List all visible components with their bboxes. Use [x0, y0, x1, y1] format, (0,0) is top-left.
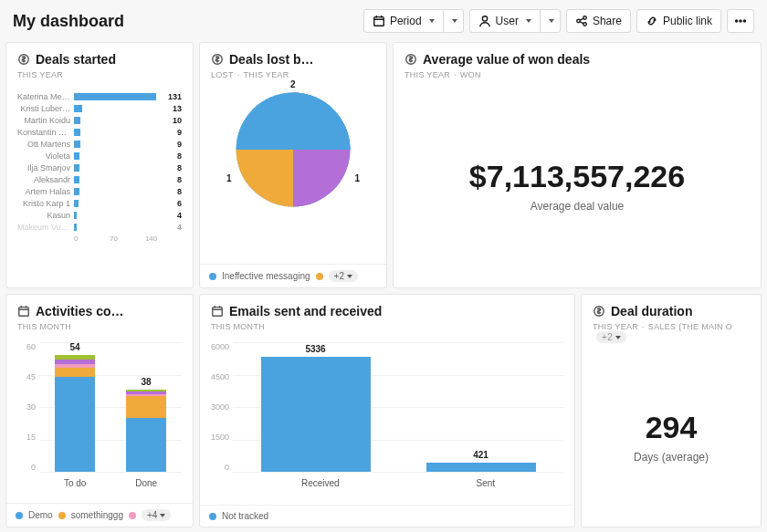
legend-more-button[interactable]: +4	[142, 509, 171, 521]
card-title-text: Emails sent and received	[229, 304, 382, 318]
user-dropdown[interactable]	[541, 9, 561, 33]
svg-point-2	[577, 19, 581, 23]
more-menu-button[interactable]	[727, 9, 754, 33]
hbar-label: Ilja Smarjov	[17, 163, 70, 172]
hbar-row: Violeta8	[17, 150, 182, 162]
hbar-row: Kasun4	[17, 209, 182, 221]
hbar-label: Kasun	[17, 211, 70, 220]
money-icon	[211, 53, 224, 66]
hbar-value: 6	[177, 199, 182, 208]
card-title-text: Deals lost b…	[229, 52, 314, 67]
chevron-down-icon	[429, 19, 435, 23]
bar-value: 421	[473, 450, 489, 460]
emails-card: Emails sent and received THIS MONTH 6000…	[199, 294, 575, 527]
card-meta: LOST·THIS YEAR	[211, 70, 375, 79]
share-button[interactable]: Share	[566, 9, 631, 33]
dots-icon	[734, 15, 747, 27]
card-legend: Demo somethinggg +4	[6, 503, 193, 527]
money-icon	[593, 305, 605, 318]
x-label: To do	[64, 478, 86, 488]
hbar-value: 4	[177, 211, 182, 220]
hbar-row: Ott Martens9	[17, 138, 182, 150]
svg-point-1	[482, 16, 487, 21]
period-label: Period	[390, 15, 422, 27]
hbar-value: 8	[177, 175, 182, 184]
hbar-row: Artem Halas8	[17, 185, 182, 197]
x-label: Received	[301, 478, 340, 488]
user-button[interactable]: User	[469, 9, 541, 33]
money-icon	[17, 53, 30, 66]
legend-more-button[interactable]: +2	[329, 270, 358, 282]
legend-swatch	[58, 512, 66, 519]
share-icon	[575, 15, 588, 27]
legend-label: Not tracked	[222, 511, 268, 521]
card-meta: THIS YEAR·WON	[405, 70, 750, 79]
legend-swatch	[209, 273, 216, 280]
legend-swatch	[316, 273, 323, 280]
hbar-value: 13	[173, 104, 182, 113]
hbar-value: 8	[177, 187, 182, 196]
card-title-text: Average value of won deals	[423, 52, 590, 67]
hbar-label: Kristo Karp 1	[17, 199, 70, 208]
period-dropdown[interactable]	[444, 9, 464, 33]
bar-column: 54	[55, 355, 95, 472]
chevron-down-icon	[452, 19, 457, 23]
hbar-label: Katerina Mer…	[17, 92, 70, 101]
hbar-label: Martin Koidu	[17, 116, 70, 125]
card-title-text: Deals started	[36, 52, 116, 67]
hbar-value: 8	[177, 151, 182, 161]
deals-started-chart: Katerina Mer…131Kristi Luber…13Martin Ko…	[6, 83, 193, 287]
svg-point-6	[740, 20, 741, 22]
hbar-label: Ott Martens	[17, 140, 70, 149]
activities-chart: 604530150 5438 To doDone	[6, 335, 193, 503]
public-link-button[interactable]: Public link	[636, 9, 721, 33]
x-label: Sent	[476, 478, 495, 488]
calendar-icon	[211, 305, 224, 318]
hbar-value: 9	[177, 128, 182, 137]
hbar-value: 131	[168, 92, 182, 101]
dashboard-header: My dashboard Period User Share Public li…	[0, 0, 767, 42]
card-title-text: Activities co…	[36, 304, 123, 318]
hbar-row: Konstantin V…9	[17, 126, 182, 138]
chevron-down-icon	[549, 19, 554, 23]
hbar-value: 8	[177, 163, 182, 172]
legend-label: Ineffective messaging	[222, 271, 310, 281]
svg-point-4	[583, 23, 587, 26]
calendar-icon	[17, 305, 30, 318]
x-label: Done	[135, 478, 157, 488]
deals-lost-chart: 2 1 1	[200, 83, 386, 264]
hbar-row: Martin Koidu10	[17, 114, 182, 126]
activities-card: Activities co… THIS MONTH 604530150 5438…	[5, 294, 194, 527]
pie-label: 1	[226, 173, 232, 183]
legend-label: Demo	[28, 510, 53, 520]
bar-column: 5336	[261, 357, 371, 472]
pie-label: 1	[354, 173, 360, 183]
kpi-value: 294	[646, 410, 698, 445]
hbar-row: Katerina Mer…131	[17, 90, 182, 102]
hbar-axis: 070140	[74, 235, 182, 243]
chevron-down-icon	[615, 336, 621, 339]
hbar-label: Artem Halas	[17, 187, 70, 196]
card-meta: THIS MONTH	[211, 322, 563, 331]
kpi-body: $7,113,557,226 Average deal value	[394, 83, 761, 287]
card-meta: THIS MONTH	[17, 322, 182, 331]
hbar-row: Makeum Vushkin4	[17, 221, 182, 233]
link-icon	[646, 15, 658, 27]
card-meta: THIS YEAR	[17, 70, 182, 79]
share-label: Share	[593, 15, 622, 27]
chevron-down-icon	[526, 19, 531, 23]
user-label: User	[496, 15, 519, 27]
hbar-label: Makeum Vushkin	[17, 223, 70, 232]
legend-swatch	[16, 512, 23, 519]
hbar-row: Aleksandr8	[17, 173, 182, 185]
legend-swatch	[129, 512, 136, 519]
period-button[interactable]: Period	[363, 9, 444, 33]
meta-more-button[interactable]: +2	[596, 331, 626, 343]
card-title-text: Deal duration	[611, 304, 692, 318]
bar-value: 38	[141, 377, 151, 387]
kpi-caption: Days (average)	[634, 451, 709, 464]
user-icon	[478, 15, 491, 27]
hbar-label: Violeta	[17, 151, 70, 161]
public-link-label: Public link	[663, 15, 712, 27]
svg-point-3	[583, 16, 587, 20]
